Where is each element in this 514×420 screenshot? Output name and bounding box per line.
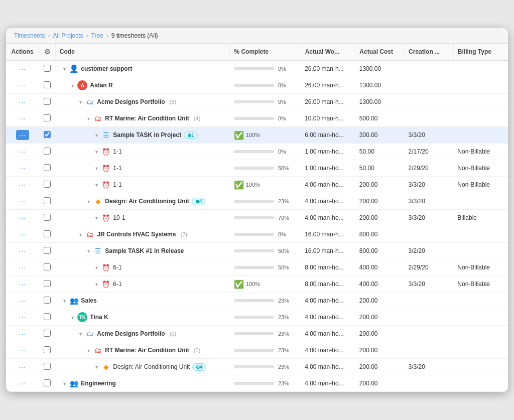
row-actions-button[interactable]: ··· <box>16 130 30 140</box>
row-checkbox[interactable] <box>44 197 51 204</box>
pct-text: 0% <box>278 149 286 155</box>
expand-chevron[interactable]: ▾ <box>95 149 98 155</box>
row-actions-button[interactable]: ··· <box>16 229 30 239</box>
actual-cost-cell: 400.00 <box>355 276 405 293</box>
row-checkbox[interactable] <box>44 247 51 254</box>
row-actions-button[interactable]: ··· <box>16 345 30 355</box>
expand-chevron[interactable]: ▾ <box>95 166 98 171</box>
code-cell: ▾ 🗂 Acme Designs Portfolio(0) <box>55 326 230 342</box>
progress-bar-bg <box>234 249 274 252</box>
row-checkbox[interactable] <box>44 297 51 304</box>
row-name-text: 10-1 <box>113 214 125 221</box>
expand-chevron[interactable]: ▾ <box>87 199 90 204</box>
row-checkbox[interactable] <box>44 363 51 370</box>
row-actions-button[interactable]: ··· <box>16 64 30 74</box>
gear-icon[interactable]: ⚙ <box>44 48 51 56</box>
expand-chevron[interactable]: ▾ <box>79 232 82 237</box>
expand-chevron[interactable]: ▾ <box>71 83 74 88</box>
expand-chevron[interactable]: ▾ <box>95 132 98 138</box>
row-checkbox[interactable] <box>44 181 51 188</box>
row-checkbox[interactable] <box>44 263 51 270</box>
pct-text: 0% <box>278 82 286 88</box>
code-cell: ▾ ⏰ 6-1 <box>55 276 230 293</box>
pct-text: 0% <box>278 115 286 121</box>
expand-chevron[interactable]: ▾ <box>87 348 90 353</box>
complete-cell: 50% <box>230 243 301 259</box>
row-checkbox[interactable] <box>44 164 51 171</box>
row-name-text: 6-1 <box>113 264 121 271</box>
pct-text: 70% <box>278 215 289 221</box>
expand-chevron[interactable]: ▾ <box>95 265 98 270</box>
task-icon: ☰ <box>101 130 110 139</box>
expand-chevron[interactable]: ▾ <box>63 381 66 386</box>
row-checkbox[interactable] <box>44 131 51 138</box>
row-actions-button[interactable]: ··· <box>16 296 30 306</box>
row-checkbox[interactable] <box>44 230 51 237</box>
row-actions-button[interactable]: ··· <box>16 147 30 157</box>
table-row: ··· ▾ 👥 Engineering 23% 4.00 man-ho... 2… <box>6 375 508 392</box>
expand-chevron[interactable]: ▾ <box>87 116 90 121</box>
row-actions-button[interactable]: ··· <box>16 312 30 322</box>
creation-cell <box>405 110 454 127</box>
expand-chevron[interactable]: ▾ <box>79 99 82 105</box>
expand-chevron[interactable]: ▾ <box>71 315 74 320</box>
row-checkbox[interactable] <box>44 114 51 121</box>
expand-chevron[interactable]: ▾ <box>95 215 98 221</box>
progress-bar-bg <box>234 316 274 319</box>
task-icon: ☰ <box>93 246 102 255</box>
row-checkbox[interactable] <box>44 65 51 72</box>
progress-cell: 50% <box>234 165 297 171</box>
row-actions-button[interactable]: ··· <box>16 163 30 173</box>
billing-cell <box>453 359 508 375</box>
pct-text: 100% <box>246 281 260 287</box>
expand-chevron[interactable]: ▾ <box>95 364 98 370</box>
progress-cell: 23% <box>234 314 297 320</box>
billing-cell: Non-Billable <box>453 276 508 293</box>
checkbox-cell <box>39 326 56 342</box>
row-actions-button[interactable]: ··· <box>16 246 30 256</box>
actions-cell: ··· <box>6 60 39 77</box>
row-actions-button[interactable]: ··· <box>16 329 30 339</box>
row-actions-button[interactable]: ··· <box>16 97 30 107</box>
actual-cost-cell: 400.00 <box>355 259 405 276</box>
row-checkbox[interactable] <box>44 98 51 105</box>
expand-chevron[interactable]: ▾ <box>95 282 98 287</box>
row-checkbox[interactable] <box>44 313 51 320</box>
expand-chevron[interactable]: ▾ <box>63 66 66 72</box>
checkbox-cell <box>39 243 56 259</box>
actual-cost-cell: 200.00 <box>355 375 405 392</box>
row-actions-button[interactable]: ··· <box>16 262 30 272</box>
row-checkbox[interactable] <box>44 379 51 386</box>
row-checkbox[interactable] <box>44 330 51 337</box>
row-actions-button[interactable]: ··· <box>16 113 30 123</box>
row-actions-button[interactable]: ··· <box>16 213 30 223</box>
col-header-gear[interactable]: ⚙ <box>39 44 56 60</box>
row-checkbox[interactable] <box>44 346 51 353</box>
row-actions-button[interactable]: ··· <box>16 378 30 388</box>
expand-chevron[interactable]: ▾ <box>87 248 90 254</box>
breadcrumb-allprojects[interactable]: All Projects <box>53 32 83 39</box>
row-actions-button[interactable]: ··· <box>16 80 30 90</box>
expand-chevron[interactable]: ▾ <box>95 182 98 188</box>
actions-cell: ··· <box>6 160 39 177</box>
row-checkbox[interactable] <box>44 81 51 88</box>
expand-chevron[interactable]: ▾ <box>79 331 82 337</box>
billing-cell: Non-Billable <box>453 259 508 276</box>
breadcrumb-timesheets[interactable]: Timesheets <box>14 32 45 39</box>
actions-cell: ··· <box>6 359 39 375</box>
row-checkbox[interactable] <box>44 148 51 155</box>
row-actions-button[interactable]: ··· <box>16 362 30 372</box>
progress-cell: ✅ 100% <box>234 130 297 140</box>
row-checkbox[interactable] <box>44 214 51 221</box>
progress-cell: 23% <box>234 380 297 386</box>
row-checkbox[interactable] <box>44 280 51 287</box>
row-label: ▾ ◆ Design: Air Conditioning Unit⊕4 <box>59 362 226 371</box>
code-cell: ▾ 🗂 RT Marine: Air Condition Unit(0) <box>55 342 230 359</box>
actual-work-cell: 6.00 man-ho... <box>301 127 355 144</box>
expand-chevron[interactable]: ▾ <box>63 298 66 304</box>
breadcrumb-tree[interactable]: Tree <box>91 32 103 39</box>
billing-cell <box>453 110 508 127</box>
row-actions-button[interactable]: ··· <box>16 180 30 190</box>
row-actions-button[interactable]: ··· <box>16 279 30 289</box>
row-actions-button[interactable]: ··· <box>16 196 30 206</box>
